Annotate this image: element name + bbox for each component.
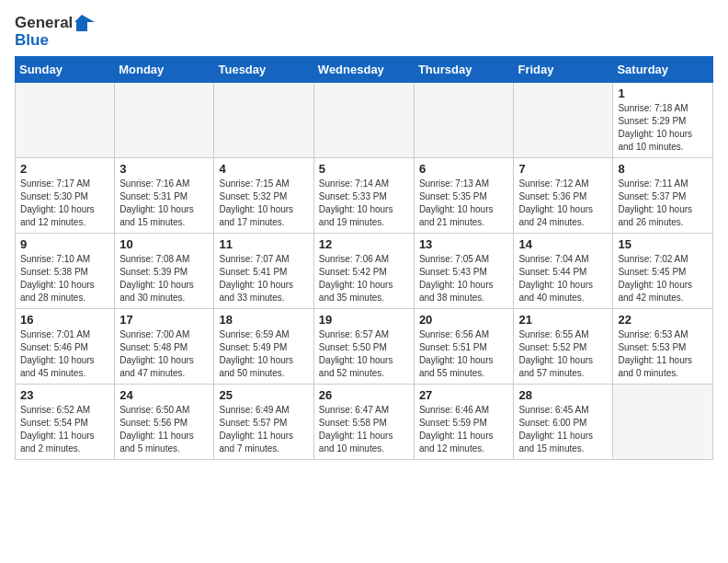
day-number: 10 [119,237,209,251]
logo-general: General [15,15,73,32]
calendar-cell [313,83,414,158]
calendar-cell: 11Sunrise: 7:07 AM Sunset: 5:41 PM Dayli… [214,234,313,309]
day-info: Sunrise: 7:18 AM Sunset: 5:29 PM Dayligh… [618,102,708,154]
day-info: Sunrise: 6:45 AM Sunset: 6:00 PM Dayligh… [518,404,608,455]
calendar-cell: 15Sunrise: 7:02 AM Sunset: 5:45 PM Dayli… [613,234,713,309]
calendar-cell [214,83,313,158]
calendar-cell [16,83,115,158]
day-info: Sunrise: 6:50 AM Sunset: 5:56 PM Dayligh… [119,404,209,455]
weekday-header: Tuesday [214,57,313,83]
day-number: 25 [219,388,308,402]
day-info: Sunrise: 7:07 AM Sunset: 5:41 PM Dayligh… [219,253,308,304]
day-info: Sunrise: 7:15 AM Sunset: 5:32 PM Dayligh… [219,178,308,229]
day-number: 28 [518,388,608,402]
day-info: Sunrise: 7:00 AM Sunset: 5:48 PM Dayligh… [119,328,209,380]
calendar-cell: 10Sunrise: 7:08 AM Sunset: 5:39 PM Dayli… [115,234,214,309]
calendar-cell [514,83,613,158]
calendar-cell: 14Sunrise: 7:04 AM Sunset: 5:44 PM Dayli… [514,234,613,309]
logo: General Blue [15,15,95,49]
day-number: 11 [219,237,308,251]
day-info: Sunrise: 6:55 AM Sunset: 5:52 PM Dayligh… [518,328,608,380]
calendar-cell: 18Sunrise: 6:59 AM Sunset: 5:49 PM Dayli… [214,309,313,385]
day-number: 27 [419,388,509,402]
day-info: Sunrise: 7:12 AM Sunset: 5:36 PM Dayligh… [518,178,608,229]
day-info: Sunrise: 6:49 AM Sunset: 5:57 PM Dayligh… [219,404,308,455]
day-info: Sunrise: 7:10 AM Sunset: 5:38 PM Dayligh… [20,253,109,304]
day-number: 16 [20,313,109,327]
calendar-week-row: 23Sunrise: 6:52 AM Sunset: 5:54 PM Dayli… [16,385,713,460]
calendar-cell: 23Sunrise: 6:52 AM Sunset: 5:54 PM Dayli… [16,385,115,460]
day-number: 17 [119,313,209,327]
day-info: Sunrise: 7:05 AM Sunset: 5:43 PM Dayligh… [419,253,509,304]
day-info: Sunrise: 6:47 AM Sunset: 5:58 PM Dayligh… [319,404,409,455]
day-number: 5 [319,162,409,176]
weekday-header: Sunday [16,57,115,83]
day-number: 23 [20,388,109,402]
day-number: 2 [20,162,109,176]
calendar-cell: 4Sunrise: 7:15 AM Sunset: 5:32 PM Daylig… [214,158,313,234]
logo-wordmark: General Blue [15,15,95,49]
day-number: 19 [319,313,409,327]
weekday-header: Thursday [414,57,514,83]
calendar-cell: 6Sunrise: 7:13 AM Sunset: 5:35 PM Daylig… [414,158,514,234]
day-number: 1 [618,86,708,100]
calendar-cell: 12Sunrise: 7:06 AM Sunset: 5:42 PM Dayli… [313,234,414,309]
day-info: Sunrise: 7:06 AM Sunset: 5:42 PM Dayligh… [319,253,409,304]
day-number: 22 [618,313,708,327]
day-number: 26 [319,388,409,402]
day-number: 12 [319,237,409,251]
calendar-cell: 24Sunrise: 6:50 AM Sunset: 5:56 PM Dayli… [115,385,214,460]
day-number: 4 [219,162,308,176]
calendar-cell [414,83,514,158]
calendar-header-row: SundayMondayTuesdayWednesdayThursdayFrid… [16,57,713,83]
calendar-cell: 28Sunrise: 6:45 AM Sunset: 6:00 PM Dayli… [514,385,613,460]
day-info: Sunrise: 7:02 AM Sunset: 5:45 PM Dayligh… [618,253,708,304]
calendar-cell: 8Sunrise: 7:11 AM Sunset: 5:37 PM Daylig… [613,158,713,234]
day-info: Sunrise: 7:11 AM Sunset: 5:37 PM Dayligh… [618,178,708,229]
day-info: Sunrise: 7:08 AM Sunset: 5:39 PM Dayligh… [119,253,209,304]
day-info: Sunrise: 7:17 AM Sunset: 5:30 PM Dayligh… [20,178,109,229]
day-number: 13 [419,237,509,251]
calendar-week-row: 1Sunrise: 7:18 AM Sunset: 5:29 PM Daylig… [16,83,713,158]
weekday-header: Saturday [613,57,713,83]
calendar-cell: 27Sunrise: 6:46 AM Sunset: 5:59 PM Dayli… [414,385,514,460]
day-number: 9 [20,237,109,251]
calendar-cell: 21Sunrise: 6:55 AM Sunset: 5:52 PM Dayli… [514,309,613,385]
calendar-week-row: 9Sunrise: 7:10 AM Sunset: 5:38 PM Daylig… [16,234,713,309]
day-number: 6 [419,162,509,176]
day-number: 3 [119,162,209,176]
calendar-cell: 2Sunrise: 7:17 AM Sunset: 5:30 PM Daylig… [16,158,115,234]
day-number: 7 [518,162,608,176]
day-info: Sunrise: 6:53 AM Sunset: 5:53 PM Dayligh… [618,328,708,380]
calendar-cell: 7Sunrise: 7:12 AM Sunset: 5:36 PM Daylig… [514,158,613,234]
day-number: 18 [219,313,308,327]
calendar-week-row: 2Sunrise: 7:17 AM Sunset: 5:30 PM Daylig… [16,158,713,234]
svg-marker-0 [74,15,95,31]
weekday-header: Monday [115,57,214,83]
calendar-cell: 5Sunrise: 7:14 AM Sunset: 5:33 PM Daylig… [313,158,414,234]
logo-blue: Blue [15,32,95,50]
calendar-cell: 19Sunrise: 6:57 AM Sunset: 5:50 PM Dayli… [313,309,414,385]
day-number: 21 [518,313,608,327]
calendar-cell: 26Sunrise: 6:47 AM Sunset: 5:58 PM Dayli… [313,385,414,460]
calendar-cell: 9Sunrise: 7:10 AM Sunset: 5:38 PM Daylig… [16,234,115,309]
weekday-header: Wednesday [313,57,414,83]
day-number: 20 [419,313,509,327]
day-number: 14 [518,237,608,251]
day-info: Sunrise: 6:57 AM Sunset: 5:50 PM Dayligh… [319,328,409,380]
calendar-cell [115,83,214,158]
day-info: Sunrise: 6:56 AM Sunset: 5:51 PM Dayligh… [419,328,509,380]
calendar-cell: 25Sunrise: 6:49 AM Sunset: 5:57 PM Dayli… [214,385,313,460]
day-info: Sunrise: 6:46 AM Sunset: 5:59 PM Dayligh… [419,404,509,455]
calendar-week-row: 16Sunrise: 7:01 AM Sunset: 5:46 PM Dayli… [16,309,713,385]
logo-arrow-icon [74,15,95,31]
calendar-cell [613,385,713,460]
calendar-cell: 13Sunrise: 7:05 AM Sunset: 5:43 PM Dayli… [414,234,514,309]
day-number: 15 [618,237,708,251]
header: General Blue [15,15,713,49]
calendar-cell: 3Sunrise: 7:16 AM Sunset: 5:31 PM Daylig… [115,158,214,234]
day-number: 8 [618,162,708,176]
calendar-cell: 20Sunrise: 6:56 AM Sunset: 5:51 PM Dayli… [414,309,514,385]
day-info: Sunrise: 6:59 AM Sunset: 5:49 PM Dayligh… [219,328,308,380]
calendar-cell: 17Sunrise: 7:00 AM Sunset: 5:48 PM Dayli… [115,309,214,385]
